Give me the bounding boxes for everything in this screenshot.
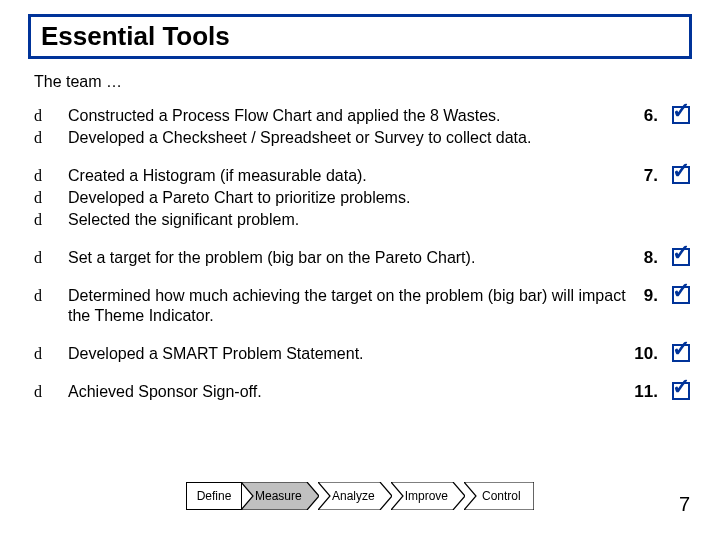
check-cell: ✓ — [658, 165, 690, 184]
bullet-icon: d — [34, 106, 68, 126]
phase-label: Measure — [241, 482, 307, 510]
check-cell: ✓ — [658, 343, 690, 362]
intro-text: The team … — [0, 59, 720, 91]
group-items: d Set a target for the problem (big bar … — [34, 247, 626, 269]
checkbox-icon: ✓ — [672, 248, 690, 266]
list-item: d Selected the significant problem. — [34, 209, 626, 231]
bullet-icon: d — [34, 344, 68, 364]
phase-label: Improve — [391, 482, 453, 510]
checkmark-icon: ✓ — [672, 100, 690, 122]
phase-control: Control — [464, 482, 534, 510]
item-number: 7. — [626, 165, 658, 186]
phase-label: Control — [464, 482, 530, 510]
check-cell: ✓ — [658, 247, 690, 266]
list-item: d Created a Histogram (if measurable dat… — [34, 165, 626, 187]
check-cell: ✓ — [658, 105, 690, 124]
checklist-group: d Developed a SMART Problem Statement. 1… — [34, 335, 690, 373]
list-item: d Developed a Checksheet / Spreadsheet o… — [34, 127, 626, 149]
phase-measure: Measure — [241, 482, 319, 510]
bullet-icon: d — [34, 188, 68, 208]
group-items: d Achieved Sponsor Sign-off. — [34, 381, 626, 403]
checkbox-icon: ✓ — [672, 166, 690, 184]
page-number: 7 — [679, 493, 690, 516]
checkmark-icon: ✓ — [672, 280, 690, 302]
slide-title: Essential Tools — [41, 21, 679, 52]
group-items: d Developed a SMART Problem Statement. — [34, 343, 626, 365]
list-item: d Set a target for the problem (big bar … — [34, 247, 626, 269]
title-container: Essential Tools — [0, 0, 720, 59]
checkmark-icon: ✓ — [672, 242, 690, 264]
item-number: 11. — [626, 381, 658, 402]
title-box: Essential Tools — [28, 14, 692, 59]
list-item: d Developed a Pareto Chart to prioritize… — [34, 187, 626, 209]
checklist-group: d Created a Histogram (if measurable dat… — [34, 157, 690, 239]
bullet-content: d Constructed a Process Flow Chart and a… — [0, 91, 720, 411]
bullet-icon: d — [34, 128, 68, 148]
phase-analyze: Analyze — [318, 482, 392, 510]
checkbox-icon: ✓ — [672, 382, 690, 400]
item-text: Selected the significant problem. — [68, 210, 626, 230]
item-text: Developed a SMART Problem Statement. — [68, 344, 626, 364]
group-items: d Determined how much achieving the targ… — [34, 285, 626, 327]
phase-strip-inner: Define Measure Analyze Improve — [186, 482, 535, 510]
phase-define: Define — [186, 482, 243, 510]
group-items: d Created a Histogram (if measurable dat… — [34, 165, 626, 231]
checkbox-icon: ✓ — [672, 106, 690, 124]
check-cell: ✓ — [658, 285, 690, 304]
phase-improve: Improve — [391, 482, 465, 510]
bullet-icon: d — [34, 286, 68, 306]
item-text: Created a Histogram (if measurable data)… — [68, 166, 626, 186]
bullet-icon: d — [34, 166, 68, 186]
checkmark-icon: ✓ — [672, 160, 690, 182]
checklist-group: d Set a target for the problem (big bar … — [34, 239, 690, 277]
list-item: d Determined how much achieving the targ… — [34, 285, 626, 327]
list-item: d Developed a SMART Problem Statement. — [34, 343, 626, 365]
item-number: 10. — [626, 343, 658, 364]
item-text: Determined how much achieving the target… — [68, 286, 626, 326]
item-number: 9. — [626, 285, 658, 306]
checklist-group: d Constructed a Process Flow Chart and a… — [34, 97, 690, 157]
slide: Essential Tools The team … d Constructed… — [0, 0, 720, 540]
checklist-group: d Determined how much achieving the targ… — [34, 277, 690, 335]
item-text: Set a target for the problem (big bar on… — [68, 248, 626, 268]
item-text: Achieved Sponsor Sign-off. — [68, 382, 626, 402]
bullet-icon: d — [34, 210, 68, 230]
item-number: 6. — [626, 105, 658, 126]
item-text: Constructed a Process Flow Chart and app… — [68, 106, 626, 126]
item-text: Developed a Pareto Chart to prioritize p… — [68, 188, 626, 208]
bullet-icon: d — [34, 382, 68, 402]
item-text: Developed a Checksheet / Spreadsheet or … — [68, 128, 626, 148]
checkmark-icon: ✓ — [672, 376, 690, 398]
check-cell: ✓ — [658, 381, 690, 400]
bullet-icon: d — [34, 248, 68, 268]
checklist-group: d Achieved Sponsor Sign-off. 11. ✓ — [34, 373, 690, 411]
checkbox-icon: ✓ — [672, 286, 690, 304]
phase-label: Analyze — [318, 482, 380, 510]
checkbox-icon: ✓ — [672, 344, 690, 362]
list-item: d Constructed a Process Flow Chart and a… — [34, 105, 626, 127]
process-phase-strip: Define Measure Analyze Improve — [0, 482, 720, 510]
group-items: d Constructed a Process Flow Chart and a… — [34, 105, 626, 149]
checkmark-icon: ✓ — [672, 338, 690, 360]
list-item: d Achieved Sponsor Sign-off. — [34, 381, 626, 403]
item-number: 8. — [626, 247, 658, 268]
